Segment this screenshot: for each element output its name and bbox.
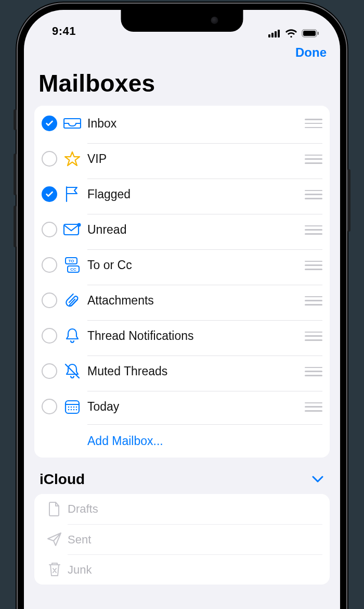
doc-icon [42, 501, 68, 517]
mailbox-label: VIP [87, 152, 305, 166]
svg-point-21 [76, 409, 77, 411]
svg-point-17 [76, 407, 77, 408]
mailbox-row-to-cc[interactable]: TO CC To or Cc [34, 247, 330, 283]
svg-point-18 [68, 409, 70, 411]
checkbox-on-icon[interactable] [42, 116, 57, 131]
add-mailbox-button[interactable]: Add Mailbox... [34, 424, 330, 458]
paperclip-icon [57, 292, 87, 309]
reorder-handle-icon[interactable] [305, 189, 322, 200]
paperplane-icon [42, 532, 68, 547]
svg-rect-7 [64, 224, 79, 235]
checkbox-off-icon[interactable] [42, 151, 57, 167]
mailbox-label: Inbox [87, 117, 305, 131]
svg-point-15 [71, 407, 72, 408]
flag-icon [57, 186, 87, 202]
mailbox-row-flagged[interactable]: Flagged [34, 176, 330, 212]
mailbox-row-attachments[interactable]: Attachments [34, 283, 330, 318]
reorder-handle-icon[interactable] [305, 224, 322, 236]
reorder-handle-icon[interactable] [305, 154, 322, 165]
page-title: Mailboxes [24, 61, 340, 103]
account-section-header[interactable]: iCloud [24, 469, 340, 494]
mailbox-label: Flagged [87, 187, 305, 201]
notch [121, 10, 243, 32]
checkbox-off-icon[interactable] [42, 222, 57, 237]
trash-x-icon [42, 562, 68, 577]
checkbox-off-icon[interactable] [42, 399, 57, 414]
mailbox-row-thread-notifications[interactable]: Thread Notifications [34, 318, 330, 353]
mailbox-label: Muted Threads [87, 364, 305, 378]
reorder-handle-icon[interactable] [305, 295, 322, 307]
account-title: iCloud [40, 471, 312, 488]
svg-point-14 [68, 407, 70, 408]
account-row-label: Junk [68, 563, 92, 577]
reorder-handle-icon[interactable] [305, 401, 322, 413]
mailbox-label: Attachments [87, 294, 305, 308]
checkbox-off-icon[interactable] [42, 293, 57, 308]
account-row-junk[interactable]: Junk [34, 554, 330, 585]
mailbox-label: Unread [87, 223, 305, 237]
svg-text:TO: TO [69, 259, 74, 263]
mailbox-row-inbox[interactable]: Inbox [34, 106, 330, 141]
smart-mailboxes-list: Inbox VIP [34, 106, 330, 458]
checkbox-off-icon[interactable] [42, 328, 57, 344]
svg-point-20 [73, 409, 75, 411]
cellular-icon [268, 29, 281, 37]
chevron-down-icon [312, 476, 323, 483]
bell-icon [57, 327, 87, 344]
account-row-drafts[interactable]: Drafts [34, 494, 330, 524]
screen: 9:41 [24, 10, 340, 609]
svg-point-8 [77, 223, 81, 227]
to-cc-icon: TO CC [57, 257, 87, 273]
calendar-icon [57, 399, 87, 414]
svg-point-19 [71, 409, 72, 411]
account-row-label: Drafts [68, 502, 98, 516]
reorder-handle-icon[interactable] [305, 331, 322, 342]
mail-unread-icon [57, 222, 87, 237]
checkbox-off-icon[interactable] [42, 363, 57, 379]
svg-rect-0 [268, 34, 270, 37]
svg-point-16 [73, 407, 75, 408]
reorder-handle-icon[interactable] [305, 366, 322, 377]
mailbox-row-unread[interactable]: Unread [34, 212, 330, 247]
svg-rect-2 [275, 31, 277, 37]
wifi-icon [285, 29, 297, 38]
reorder-handle-icon[interactable] [305, 260, 322, 271]
checkbox-on-icon[interactable] [42, 186, 57, 202]
svg-text:CC: CC [70, 267, 76, 272]
svg-rect-3 [278, 30, 280, 37]
mailbox-row-today[interactable]: Today [34, 389, 330, 424]
svg-rect-1 [271, 33, 274, 37]
mailbox-label: To or Cc [87, 258, 305, 272]
account-mailboxes-list: Drafts Sent Junk [34, 494, 330, 585]
account-row-sent[interactable]: Sent [34, 524, 330, 554]
tray-icon [57, 117, 87, 130]
checkbox-off-icon[interactable] [42, 257, 57, 273]
done-button[interactable]: Done [295, 45, 327, 60]
mailbox-row-vip[interactable]: VIP [34, 141, 330, 176]
mailbox-label: Thread Notifications [87, 329, 305, 343]
mailbox-label: Today [87, 400, 305, 414]
svg-rect-5 [303, 31, 316, 36]
add-mailbox-label: Add Mailbox... [87, 434, 163, 448]
star-icon [57, 151, 87, 167]
mailbox-row-muted-threads[interactable]: Muted Threads [34, 353, 330, 389]
bell-slash-icon [57, 363, 87, 379]
account-row-label: Sent [68, 533, 91, 547]
battery-icon [302, 29, 319, 37]
reorder-handle-icon[interactable] [305, 118, 322, 129]
nav-bar: Done [24, 40, 340, 61]
svg-rect-6 [318, 32, 319, 35]
